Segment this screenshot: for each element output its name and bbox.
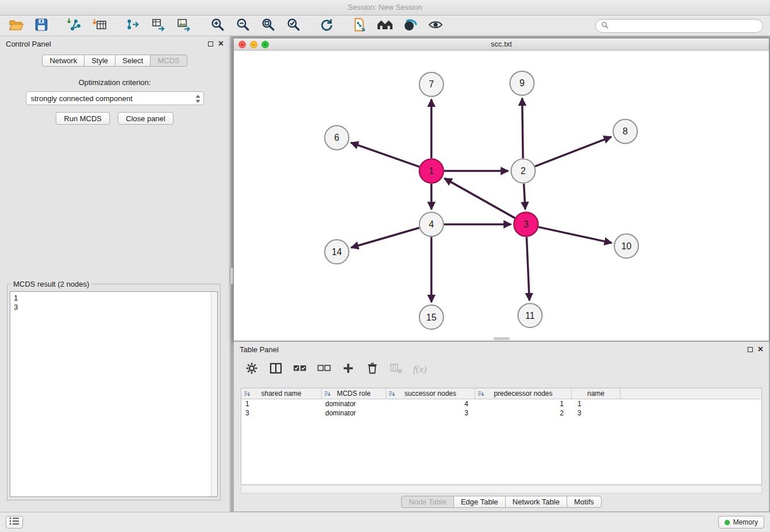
table-header-row: shared name MCDS role successor nodes <box>241 388 761 399</box>
table-cell-name[interactable]: 3 <box>572 409 621 417</box>
graph-node-label: 10 <box>621 241 632 251</box>
create-column-button[interactable] <box>341 362 356 377</box>
zoom-fit-button[interactable] <box>259 17 277 34</box>
style-analyzer-button[interactable] <box>401 17 419 34</box>
table-cell-predecessor[interactable]: 1 <box>475 400 572 408</box>
network-graph[interactable]: 1234678910111415 <box>234 51 769 341</box>
unselect-all-columns-button[interactable] <box>317 362 332 377</box>
graph-edge-3-11[interactable] <box>526 237 529 300</box>
memory-button[interactable]: Memory <box>718 516 764 529</box>
search-icon <box>601 21 609 31</box>
zoom-out-button[interactable] <box>233 17 252 34</box>
column-header-predecessor-nodes[interactable]: predecessor nodes <box>475 388 572 399</box>
table-cell-successor[interactable]: 4 <box>386 400 475 408</box>
mcds-result-item: 1 <box>14 294 207 303</box>
misc-tool-group <box>351 17 445 34</box>
tab-style[interactable]: Style <box>84 55 116 67</box>
tab-node-table[interactable]: Node Table <box>401 496 454 508</box>
table-cell-shared_name[interactable]: 3 <box>241 409 322 417</box>
mcds-result-list[interactable]: 13 <box>10 292 211 496</box>
column-header-name[interactable]: name <box>572 388 621 399</box>
graph-node-label: 8 <box>623 126 628 136</box>
task-history-button[interactable] <box>6 516 23 529</box>
table-row[interactable]: 1dominator411 <box>241 399 761 408</box>
tab-mcds[interactable]: MCDS <box>150 55 187 67</box>
save-session-button[interactable] <box>32 17 51 34</box>
graph-edge-2-8[interactable] <box>535 137 611 166</box>
run-mcds-button[interactable]: Run MCDS <box>56 112 110 125</box>
network-window-titlebar: × − + scc.txt <box>234 38 769 51</box>
float-panel-icon[interactable] <box>208 41 213 47</box>
column-header-mcds-role[interactable]: MCDS role <box>322 388 386 399</box>
float-table-panel-icon[interactable] <box>748 347 753 352</box>
table-cell-mcds_role[interactable]: dominator <box>322 400 386 408</box>
table-cell-shared_name[interactable]: 1 <box>241 400 322 408</box>
home-button[interactable] <box>376 17 394 34</box>
mcds-result-groupbox: MCDS result (2 nodes) 13 <box>7 284 221 500</box>
column-browser-button[interactable] <box>268 362 283 377</box>
delete-row-button[interactable] <box>365 362 380 377</box>
table-cell-mcds_role[interactable]: dominator <box>322 409 386 417</box>
import-table-button[interactable] <box>91 17 109 34</box>
export-image-button[interactable] <box>175 17 193 34</box>
status-bar: Memory <box>0 512 770 532</box>
open-session-button[interactable] <box>7 17 25 34</box>
table-cell-name[interactable]: 1 <box>572 400 621 408</box>
close-table-panel-icon[interactable]: × <box>758 346 763 353</box>
control-panel: Control Panel × Network Style Select MCD… <box>0 36 230 512</box>
graph-edge-3-10[interactable] <box>538 227 612 243</box>
search-input[interactable] <box>611 22 757 30</box>
optimization-criterion-label: Optimization criterion: <box>0 78 229 87</box>
table-cell-predecessor[interactable]: 2 <box>475 409 572 417</box>
column-header-successor-nodes[interactable]: successor nodes <box>386 388 475 399</box>
select-all-columns-button[interactable] <box>292 362 307 377</box>
import-network-button[interactable] <box>66 17 84 34</box>
sort-icon <box>478 391 484 399</box>
delete-column-button[interactable] <box>389 362 404 377</box>
table-settings-button[interactable] <box>244 362 259 377</box>
criterion-dropdown-value: strongly connected component <box>31 94 133 103</box>
open-folder-icon <box>9 18 24 34</box>
network-canvas[interactable]: 1234678910111415 <box>234 51 769 341</box>
tab-network[interactable]: Network <box>42 55 84 67</box>
zoom-selected-button[interactable] <box>284 17 302 34</box>
table-horizontal-scrollbar[interactable] <box>241 486 762 494</box>
graph-edge-4-14[interactable] <box>351 228 419 248</box>
result-scrollbar[interactable] <box>211 292 217 496</box>
function-builder-button[interactable]: f(x) <box>413 364 427 375</box>
export-table-button[interactable] <box>149 17 168 34</box>
delete-column-icon <box>390 362 403 377</box>
tab-network-table[interactable]: Network Table <box>505 496 567 508</box>
toolbar-search-field[interactable] <box>595 19 763 33</box>
graph-edge-1-6[interactable] <box>351 142 419 167</box>
main-toolbar <box>0 16 770 36</box>
refresh-button[interactable] <box>317 17 336 34</box>
criterion-dropdown[interactable]: strongly connected component <box>26 91 204 105</box>
tab-motifs[interactable]: Motifs <box>567 496 602 508</box>
export-network-button[interactable] <box>124 17 143 34</box>
graph-node-label: 2 <box>521 166 526 176</box>
table-cell-successor[interactable]: 3 <box>386 409 475 417</box>
copy-network-button[interactable] <box>351 17 369 34</box>
mcds-result-list-container: 13 <box>10 291 218 497</box>
graph-edge-3-1[interactable] <box>444 178 515 218</box>
window-titlebar: Session: New Session <box>0 0 770 16</box>
column-header-shared-name[interactable]: shared name <box>241 388 322 399</box>
graph-edge-2-9[interactable] <box>522 98 523 159</box>
close-panel-button[interactable]: Close panel <box>118 112 174 125</box>
tab-select[interactable]: Select <box>115 55 151 67</box>
network-view-window: × − + scc.txt 1234678910111415 <box>233 38 769 341</box>
table-row[interactable]: 3dominator323 <box>241 408 761 418</box>
close-window-icon[interactable]: × <box>238 41 246 48</box>
maximize-window-icon[interactable]: + <box>261 41 269 48</box>
horizontal-scrollbar-thumb[interactable] <box>494 337 510 340</box>
minimize-window-icon[interactable]: − <box>250 41 257 48</box>
table-toolbar: f(x) <box>240 358 763 381</box>
tab-edge-table[interactable]: Edge Table <box>453 496 506 508</box>
toggle-view-button[interactable] <box>426 17 445 34</box>
zoom-fit-icon <box>261 17 275 34</box>
close-panel-icon[interactable]: × <box>218 40 224 47</box>
zoom-in-button[interactable] <box>208 17 226 34</box>
panel-divider-handle[interactable] <box>230 267 233 284</box>
graph-edge-2-3[interactable] <box>524 184 525 210</box>
